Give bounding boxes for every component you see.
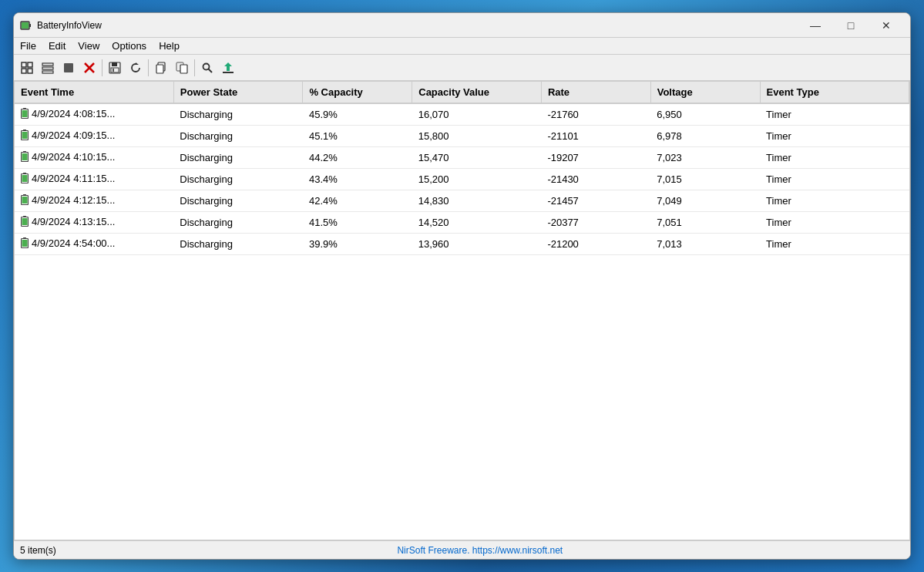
cell-voltage: 7,013 xyxy=(650,234,760,255)
cell-event-time: 4/9/2024 4:09:15... xyxy=(15,126,173,147)
toolbar-delete-btn[interactable] xyxy=(79,58,99,78)
content-area: Event Time Power State % Capacity Capaci… xyxy=(14,81,910,540)
svg-rect-43 xyxy=(22,218,28,225)
maximize-button[interactable]: □ xyxy=(833,13,869,38)
menu-bar: File Edit View Options Help xyxy=(14,38,910,55)
toolbar-export-btn[interactable] xyxy=(218,58,238,78)
cell-pct-capacity: 39.9% xyxy=(303,234,412,255)
cell-power-state: Discharging xyxy=(173,103,303,126)
cell-pct-capacity: 45.1% xyxy=(303,126,412,147)
svg-line-23 xyxy=(209,69,213,72)
menu-options[interactable]: Options xyxy=(106,39,153,53)
cell-event-type: Timer xyxy=(760,212,909,234)
col-event-type[interactable]: Event Type xyxy=(760,82,909,103)
cell-voltage: 7,015 xyxy=(650,169,760,190)
table-row[interactable]: 4/9/2024 4:54:00... Discharging39.9%13,9… xyxy=(15,234,909,255)
toolbar-table-btn[interactable] xyxy=(17,58,37,78)
close-button[interactable]: ✕ xyxy=(869,13,904,38)
cell-event-time: 4/9/2024 4:08:15... xyxy=(15,103,173,126)
svg-rect-27 xyxy=(23,108,26,109)
svg-rect-42 xyxy=(23,216,26,217)
menu-file[interactable]: File xyxy=(14,39,42,53)
svg-marker-17 xyxy=(136,62,139,65)
toolbar-separator-2 xyxy=(148,59,149,76)
cell-pct-capacity: 41.5% xyxy=(303,212,412,234)
toolbar-stop-btn[interactable] xyxy=(59,58,79,78)
cell-pct-capacity: 44.2% xyxy=(303,147,412,169)
cell-event-type: Timer xyxy=(760,234,909,255)
toolbar-save-btn[interactable] xyxy=(105,58,125,78)
cell-capacity-value: 16,070 xyxy=(412,103,542,126)
cell-event-time: 4/9/2024 4:54:00... xyxy=(15,234,173,255)
title-buttons: — □ ✕ xyxy=(798,13,904,38)
table-row[interactable]: 4/9/2024 4:13:15... Discharging41.5%14,5… xyxy=(15,212,909,234)
svg-rect-8 xyxy=(42,67,53,69)
col-event-time[interactable]: Event Time xyxy=(15,82,173,103)
cell-rate: -21457 xyxy=(541,190,650,212)
cell-event-type: Timer xyxy=(760,147,909,169)
col-capacity-value[interactable]: Capacity Value xyxy=(412,82,542,103)
cell-rate: -21430 xyxy=(541,169,650,190)
cell-capacity-value: 14,830 xyxy=(412,190,542,212)
col-power-state[interactable]: Power State xyxy=(173,82,303,103)
svg-rect-4 xyxy=(28,62,32,67)
cell-event-time: 4/9/2024 4:12:15... xyxy=(15,190,173,212)
cell-power-state: Discharging xyxy=(173,147,303,169)
svg-rect-30 xyxy=(23,130,26,131)
table-header-row: Event Time Power State % Capacity Capaci… xyxy=(15,82,909,103)
title-bar: BatteryInfoView — □ ✕ xyxy=(14,13,910,38)
app-icon xyxy=(20,19,32,32)
minimize-button[interactable]: — xyxy=(798,13,833,38)
cell-event-type: Timer xyxy=(760,190,909,212)
table-row[interactable]: 4/9/2024 4:08:15... Discharging45.9%16,0… xyxy=(15,103,909,126)
table-row[interactable]: 4/9/2024 4:10:15... Discharging44.2%15,4… xyxy=(15,147,909,169)
window-title: BatteryInfoView xyxy=(37,20,102,31)
menu-help[interactable]: Help xyxy=(153,39,186,53)
table-row[interactable]: 4/9/2024 4:09:15... Discharging45.1%15,8… xyxy=(15,126,909,147)
cell-rate: -21101 xyxy=(541,126,650,147)
cell-event-type: Timer xyxy=(760,126,909,147)
menu-edit[interactable]: Edit xyxy=(42,39,72,53)
toolbar-refresh-btn[interactable] xyxy=(126,58,146,78)
svg-rect-31 xyxy=(22,132,28,139)
table-row[interactable]: 4/9/2024 4:11:15... Discharging43.4%15,2… xyxy=(15,169,909,190)
cell-power-state: Discharging xyxy=(173,190,303,212)
cell-event-time: 4/9/2024 4:10:15... xyxy=(15,147,173,169)
svg-point-22 xyxy=(203,63,210,69)
cell-voltage: 7,051 xyxy=(650,212,760,234)
svg-rect-3 xyxy=(22,62,26,67)
toolbar-copy-btn[interactable] xyxy=(151,58,171,78)
svg-rect-36 xyxy=(23,173,26,174)
toolbar-list-btn[interactable] xyxy=(38,58,58,78)
cell-voltage: 6,978 xyxy=(650,126,760,147)
table-row[interactable]: 4/9/2024 4:12:15... Discharging42.4%14,8… xyxy=(15,190,909,212)
cell-rate: -21760 xyxy=(541,103,650,126)
svg-rect-45 xyxy=(23,237,26,239)
col-pct-capacity[interactable]: % Capacity xyxy=(303,82,412,103)
nirsoft-link[interactable]: NirSoft Freeware. https://www.nirsoft.ne… xyxy=(56,545,904,556)
toolbar-copyall-btn[interactable] xyxy=(172,58,192,78)
svg-rect-16 xyxy=(113,69,114,72)
cell-pct-capacity: 42.4% xyxy=(303,190,412,212)
menu-view[interactable]: View xyxy=(72,39,106,53)
cell-capacity-value: 15,800 xyxy=(412,126,542,147)
svg-marker-24 xyxy=(224,62,232,71)
cell-capacity-value: 15,470 xyxy=(412,147,542,169)
cell-voltage: 7,049 xyxy=(650,190,760,212)
svg-rect-2 xyxy=(22,22,29,29)
toolbar xyxy=(14,55,910,81)
cell-rate: -20377 xyxy=(541,212,650,234)
svg-rect-19 xyxy=(156,65,163,73)
title-bar-left: BatteryInfoView xyxy=(20,19,102,32)
svg-rect-7 xyxy=(42,63,53,66)
data-table: Event Time Power State % Capacity Capaci… xyxy=(15,82,909,255)
toolbar-find-btn[interactable] xyxy=(197,58,217,78)
cell-event-type: Timer xyxy=(760,169,909,190)
toolbar-separator-3 xyxy=(194,59,195,76)
cell-voltage: 7,023 xyxy=(650,147,760,169)
cell-event-time: 4/9/2024 4:11:15... xyxy=(15,169,173,190)
col-voltage[interactable]: Voltage xyxy=(650,82,760,103)
cell-power-state: Discharging xyxy=(173,126,303,147)
svg-rect-14 xyxy=(112,62,117,66)
col-rate[interactable]: Rate xyxy=(541,82,650,103)
